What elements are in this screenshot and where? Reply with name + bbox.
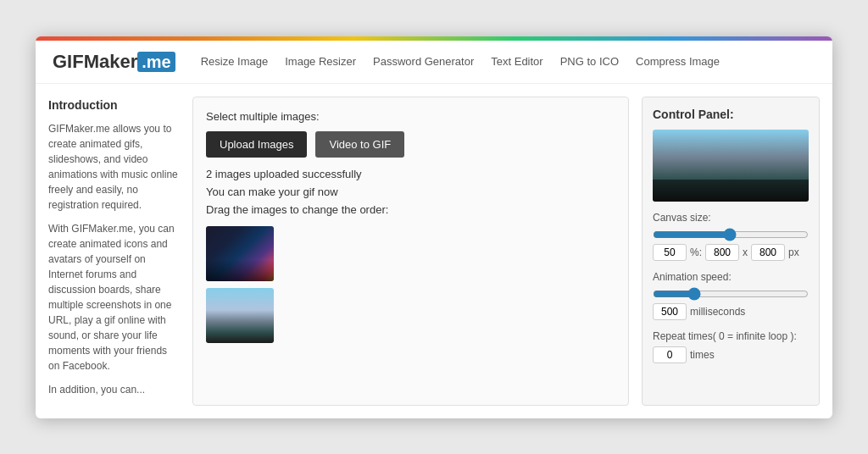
nav-compress-image[interactable]: Compress Image [636,55,720,68]
sidebar-paragraph-3: In addition, you can... [48,382,180,397]
repeat-unit-label: times [690,349,715,361]
control-panel-heading: Control Panel: [653,108,809,121]
repeat-value-input[interactable] [653,346,687,363]
video-to-gif-button[interactable]: Video to GIF [315,131,404,158]
make-gif-text: You can make your gif now [206,185,615,198]
animation-ms-input[interactable] [653,303,687,320]
canvas-inputs: %: x px [653,244,809,261]
nav-png-to-ico[interactable]: PNG to ICO [560,55,619,68]
upload-success-text: 2 images uploaded successfully [206,168,615,180]
drag-order-text: Drag the images to change the order: [206,203,615,216]
control-panel: Control Panel: Canvas size: %: x px Anim… [642,97,820,406]
canvas-width-input[interactable] [705,244,739,261]
canvas-percent-label: %: [690,246,702,258]
logo: GIFMaker.me [53,51,175,73]
nav-text-editor[interactable]: Text Editor [491,55,542,68]
canvas-size-section: Canvas size: %: x px [653,212,809,261]
upload-images-button[interactable]: Upload Images [206,131,307,158]
nav-bar: GIFMaker.me Resize Image Image Resizer P… [36,41,832,84]
nav-resize-image[interactable]: Resize Image [201,55,268,68]
repeat-label: Repeat times( 0 = infinite loop ): [653,330,809,342]
main-content: Introduction GIFMaker.me allows you to c… [36,84,832,418]
sidebar-heading: Introduction [48,97,180,114]
sidebar-paragraph-1: GIFMaker.me allows you to create animate… [48,121,180,213]
center-panel: Select multiple images: Upload Images Vi… [192,97,629,406]
logo-text: GIFMaker [53,51,137,72]
image-thumbnails [206,226,615,343]
browser-window: GIFMaker.me Resize Image Image Resizer P… [36,36,832,418]
animation-speed-label: Animation speed: [653,271,809,283]
logo-me: .me [137,52,175,72]
repeat-section: Repeat times( 0 = infinite loop ): times [653,330,809,363]
canvas-size-label: Canvas size: [653,212,809,224]
animation-speed-slider[interactable] [653,287,809,301]
animation-inputs: milliseconds [653,303,809,320]
nav-image-resizer[interactable]: Image Resizer [285,55,356,68]
sidebar: Introduction GIFMaker.me allows you to c… [48,97,180,406]
repeat-inputs: times [653,346,809,363]
canvas-height-input[interactable] [751,244,785,261]
nav-links: Resize Image Image Resizer Password Gene… [201,55,720,68]
canvas-x-label: x [743,246,748,258]
animation-unit-label: milliseconds [690,306,745,318]
nav-password-generator[interactable]: Password Generator [373,55,474,68]
gif-preview [653,130,809,202]
thumbnail-2[interactable] [206,288,274,343]
canvas-percent-input[interactable] [653,244,687,261]
canvas-size-slider[interactable] [653,228,809,241]
btn-row: Upload Images Video to GIF [206,131,615,158]
sidebar-paragraph-2: With GIFMaker.me, you can create animate… [48,221,180,374]
select-label: Select multiple images: [206,110,615,123]
thumbnail-1[interactable] [206,226,274,281]
canvas-px-label: px [788,246,799,258]
animation-speed-section: Animation speed: milliseconds [653,271,809,320]
